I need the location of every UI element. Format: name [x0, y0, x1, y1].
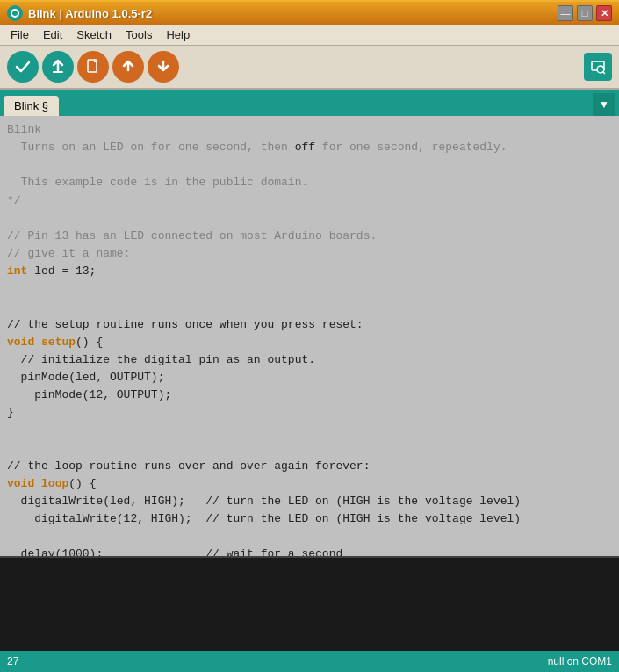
check-icon	[14, 58, 32, 76]
save-button[interactable]	[148, 51, 179, 83]
svg-rect-0	[53, 71, 63, 73]
menu-sketch[interactable]: Sketch	[69, 26, 119, 43]
save-arrow-down-icon	[155, 58, 172, 76]
editor-wrapper: Blink Turns on an LED on for one second,…	[0, 116, 619, 556]
menu-bar: File Edit Sketch Tools Help	[0, 25, 619, 46]
serial-monitor-button[interactable]	[584, 53, 612, 81]
upload-button[interactable]	[42, 51, 74, 83]
title-bar-left: Blink | Arduino 1.0.5-r2	[7, 5, 152, 21]
console-area	[0, 556, 619, 651]
open-button[interactable]	[112, 51, 144, 83]
setup-keyword: setup	[41, 336, 76, 349]
menu-help[interactable]: Help	[159, 26, 197, 43]
new-button[interactable]	[77, 51, 109, 83]
code-editor[interactable]: Blink Turns on an LED on for one second,…	[0, 116, 619, 556]
arduino-logo-icon	[7, 5, 23, 21]
toolbar	[0, 46, 619, 90]
serial-monitor-icon	[590, 59, 606, 75]
blink-tab[interactable]: Blink §	[4, 96, 59, 116]
new-file-icon	[84, 58, 102, 76]
open-arrow-up-icon	[119, 58, 137, 76]
menu-tools[interactable]: Tools	[119, 26, 159, 43]
verify-button[interactable]	[7, 51, 39, 83]
chevron-down-icon: ▼	[599, 98, 609, 111]
tab-dropdown-button[interactable]: ▼	[593, 93, 615, 116]
line-number: 27	[7, 655, 18, 668]
tab-bar: Blink § ▼	[0, 90, 619, 116]
window-title: Blink | Arduino 1.0.5-r2	[28, 7, 152, 20]
close-button[interactable]: ✕	[596, 5, 612, 21]
code-keyword2: void	[7, 336, 34, 349]
maximize-button[interactable]: □	[577, 5, 593, 21]
svg-point-3	[597, 66, 604, 73]
port-status: null on COM1	[548, 655, 612, 668]
svg-line-4	[603, 72, 605, 74]
title-bar: Blink | Arduino 1.0.5-r2 — □ ✕	[0, 0, 619, 25]
upload-icon	[49, 58, 67, 76]
status-bar: 27 null on COM1	[0, 651, 619, 672]
tab-label: Blink §	[14, 99, 48, 112]
minimize-button[interactable]: —	[558, 5, 573, 21]
code-comment: Blink Turns on an LED on for one second,…	[7, 123, 507, 260]
title-controls: — □ ✕	[558, 5, 612, 21]
loop-keyword: loop	[41, 477, 68, 490]
code-keyword3: void	[7, 477, 34, 490]
menu-edit[interactable]: Edit	[36, 26, 69, 43]
code-keyword: int	[7, 264, 27, 278]
menu-file[interactable]: File	[4, 26, 36, 43]
editor-section: Blink Turns on an LED on for one second,…	[0, 116, 619, 651]
main-container: Blink § ▼ Blink Turns on an LED on for o…	[0, 90, 619, 672]
